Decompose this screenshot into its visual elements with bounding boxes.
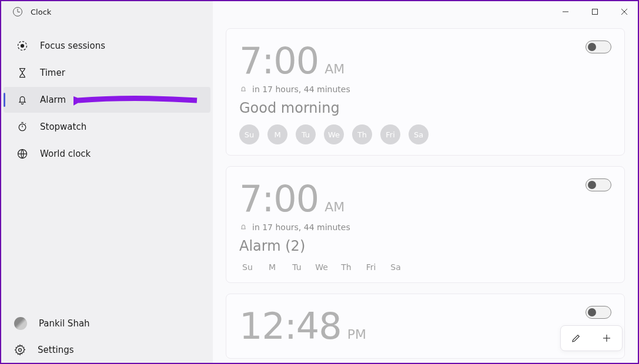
sidebar-item-focus-sessions[interactable]: Focus sessions (4, 33, 210, 59)
bell-small-icon (239, 85, 247, 93)
stopwatch-icon (16, 121, 28, 133)
alarm-time: 7:00 (239, 39, 319, 82)
alarm-time: 12:48 (239, 305, 342, 348)
day-indicator: Fri (380, 124, 400, 144)
avatar (14, 317, 27, 330)
day-indicator: Th (352, 124, 372, 144)
alarm-toggle[interactable] (586, 178, 611, 191)
day-indicator: Sa (409, 124, 429, 144)
alarm-card[interactable]: 7:00AMin 17 hours, 44 minutesGood mornin… (226, 28, 625, 156)
alarm-list: 7:00AMin 17 hours, 44 minutesGood mornin… (213, 22, 638, 363)
day-indicator: Tu (289, 262, 305, 272)
nav-list: Focus sessions Timer Alarm Stopwatch Wor… (1, 33, 213, 167)
sidebar-item-label: Stopwatch (40, 122, 86, 132)
user-account[interactable]: Pankil Shah (1, 310, 213, 337)
sidebar-item-stopwatch[interactable]: Stopwatch (4, 114, 210, 140)
alarm-label: Good morning (239, 100, 611, 116)
action-bar (560, 325, 623, 351)
sidebar-item-timer[interactable]: Timer (4, 60, 210, 86)
day-indicator: Tu (296, 124, 316, 144)
alarm-toggle[interactable] (586, 306, 611, 319)
day-indicator: Su (239, 124, 259, 144)
sidebar-item-label: Timer (40, 68, 65, 78)
sidebar-item-label: Focus sessions (40, 41, 105, 51)
day-indicator: Th (338, 262, 354, 272)
svg-point-4 (19, 349, 22, 352)
sidebar-item-alarm[interactable]: Alarm (4, 87, 210, 113)
maximize-icon (591, 8, 598, 15)
alarm-ampm: PM (347, 327, 366, 342)
maximize-button[interactable] (581, 2, 608, 21)
app-header: Clock (1, 1, 213, 22)
day-indicator: We (313, 262, 330, 272)
alarm-card[interactable]: 7:00AMin 17 hours, 44 minutesAlarm (2)Su… (226, 166, 625, 283)
alarm-countdown: in 17 hours, 44 minutes (239, 85, 611, 94)
alarm-days: SuMTuWeThFriSa (239, 262, 611, 272)
sidebar-item-label: World clock (40, 149, 91, 159)
app-title: Clock (31, 8, 51, 16)
sidebar-item-label: Alarm (40, 95, 66, 105)
bell-icon (16, 94, 28, 106)
alarm-ampm: AM (324, 200, 344, 214)
edit-alarms-button[interactable] (561, 326, 591, 350)
day-indicator: Su (239, 262, 256, 272)
alarm-toggle[interactable] (586, 41, 611, 53)
bell-small-icon (239, 223, 247, 231)
day-indicator: M (267, 124, 287, 144)
svg-point-1 (21, 45, 24, 48)
settings-button[interactable]: Settings (1, 337, 213, 363)
day-indicator: We (324, 124, 344, 144)
sidebar-item-world-clock[interactable]: World clock (4, 141, 210, 167)
gear-icon (14, 344, 26, 356)
globe-icon (16, 148, 28, 160)
alarm-days: SuMTuWeThFriSa (239, 124, 611, 144)
alarm-ampm: AM (324, 62, 344, 76)
minimize-button[interactable] (552, 2, 579, 21)
day-indicator: M (264, 262, 280, 272)
svg-rect-6 (593, 9, 598, 15)
svg-point-2 (19, 124, 26, 131)
day-indicator: Sa (387, 262, 404, 272)
add-alarm-button[interactable] (591, 326, 622, 350)
close-button[interactable] (611, 2, 638, 21)
alarm-time: 7:00 (239, 177, 319, 220)
user-name: Pankil Shah (39, 318, 90, 329)
close-icon (621, 8, 628, 15)
clock-app-icon (13, 7, 22, 16)
minimize-icon (562, 8, 569, 15)
settings-label: Settings (38, 345, 74, 355)
alarm-countdown: in 17 hours, 44 minutes (239, 223, 611, 232)
focus-icon (16, 40, 28, 52)
alarm-label: Alarm (2) (239, 238, 611, 254)
hourglass-icon (16, 67, 28, 79)
titlebar (213, 1, 638, 22)
day-indicator: Fri (363, 262, 379, 272)
plus-icon (601, 333, 612, 343)
pencil-icon (571, 333, 581, 343)
